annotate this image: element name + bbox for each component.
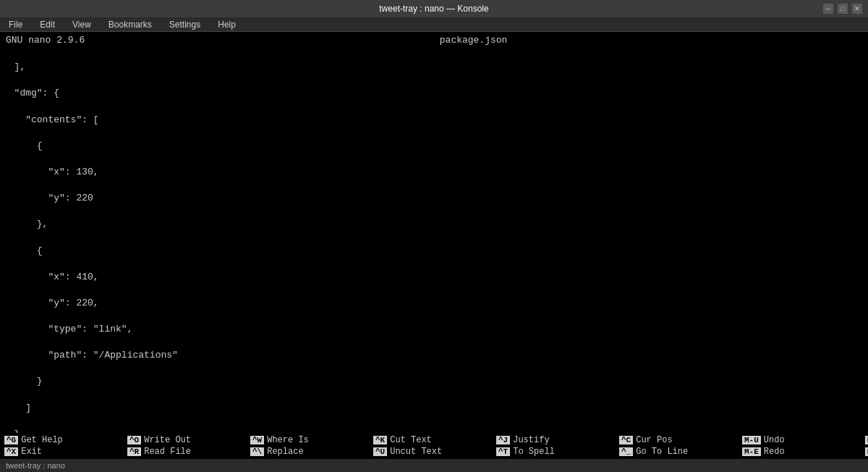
line-4: { xyxy=(3,140,865,153)
status-bar: tweet-tray : nano xyxy=(0,459,868,472)
editor[interactable]: ], "dmg": { "contents": [ { "x": 130, "y… xyxy=(0,48,868,433)
close-button[interactable]: ✕ xyxy=(852,4,862,14)
menu-bar: File Edit View Bookmarks Settings Help xyxy=(0,17,868,32)
key-read-file: ^R xyxy=(127,447,141,456)
label-to-spell: To Spell xyxy=(513,447,555,457)
shortcut-replace: ^\ Replace xyxy=(246,446,369,458)
minimize-button[interactable]: ─ xyxy=(823,4,833,14)
shortcut-where-is: ^W Where Is xyxy=(246,434,369,446)
title-bar: tweet-tray : nano — Konsole ─ □ ✕ xyxy=(0,0,868,17)
line-6: "y": 220 xyxy=(3,192,865,205)
menu-help[interactable]: Help xyxy=(215,19,239,30)
label-undo: Undo xyxy=(764,435,785,445)
shortcuts-bar: ^G Get Help ^O Write Out ^W Where Is ^K … xyxy=(0,433,868,459)
line-8: { xyxy=(3,245,865,258)
menu-bookmarks[interactable]: Bookmarks xyxy=(106,19,155,30)
line-14: ] xyxy=(3,402,865,415)
key-where-is: ^W xyxy=(250,436,264,444)
shortcut-row-1: ^G Get Help ^O Write Out ^W Where Is ^K … xyxy=(0,434,868,446)
line-15: }, xyxy=(3,428,865,433)
label-justify: Justify xyxy=(513,435,549,445)
label-get-help: Get Help xyxy=(21,435,63,445)
shortcut-write-out: ^O Write Out xyxy=(123,434,246,446)
key-exit: ^X xyxy=(4,447,18,456)
key-justify: ^J xyxy=(496,436,510,444)
shortcut-copy-text: M-6 Copy Text xyxy=(861,446,868,458)
label-read-file: Read File xyxy=(144,447,191,457)
line-13: } xyxy=(3,375,865,388)
line-12: "path": "/Applications" xyxy=(3,349,865,362)
line-11: "type": "link", xyxy=(3,323,865,336)
label-replace: Replace xyxy=(267,447,303,457)
shortcut-read-file: ^R Read File xyxy=(123,446,246,458)
key-write-out: ^O xyxy=(127,436,141,444)
shortcut-uncut-text: ^U Uncut Text xyxy=(369,446,492,458)
key-mark-text: M-A xyxy=(865,436,868,444)
key-get-help: ^G xyxy=(4,436,18,444)
label-redo: Redo xyxy=(764,447,785,457)
menu-view[interactable]: View xyxy=(69,19,94,30)
window-title: tweet-tray : nano — Konsole xyxy=(379,4,488,14)
shortcut-mark-text: M-A Mark Text xyxy=(861,434,868,446)
key-copy-text: M-6 xyxy=(865,447,868,456)
shortcut-get-help: ^G Get Help xyxy=(0,434,123,446)
shortcut-exit: ^X Exit xyxy=(0,446,123,458)
key-undo: M-U xyxy=(742,436,761,444)
line-5: "x": 130, xyxy=(3,166,865,179)
label-go-to-line: Go To Line xyxy=(636,447,688,457)
shortcut-justify: ^J Justify xyxy=(492,434,615,446)
label-cur-pos: Cur Pos xyxy=(636,435,672,445)
line-7: }, xyxy=(3,218,865,231)
key-replace: ^\ xyxy=(250,447,264,456)
label-cut-text: Cut Text xyxy=(390,435,432,445)
shortcut-cut-text: ^K Cut Text xyxy=(369,434,492,446)
filename: package.json xyxy=(440,35,508,46)
key-to-spell: ^T xyxy=(496,447,510,456)
menu-settings[interactable]: Settings xyxy=(166,19,203,30)
label-uncut-text: Uncut Text xyxy=(390,447,442,457)
key-cut-text: ^K xyxy=(373,436,387,444)
maximize-button[interactable]: □ xyxy=(838,4,848,14)
shortcut-row-2: ^X Exit ^R Read File ^\ Replace ^U Uncut… xyxy=(0,446,868,458)
shortcut-undo: M-U Undo xyxy=(738,434,861,446)
shortcut-cur-pos: ^C Cur Pos xyxy=(615,434,738,446)
shortcut-to-spell: ^T To Spell xyxy=(492,446,615,458)
key-go-to-line: ^_ xyxy=(619,447,633,456)
line-3: "contents": [ xyxy=(3,114,865,127)
line-1: ], xyxy=(3,61,865,74)
menu-edit[interactable]: Edit xyxy=(37,19,58,30)
label-exit: Exit xyxy=(21,447,42,457)
shortcut-go-to-line: ^_ Go To Line xyxy=(615,446,738,458)
status-text: tweet-tray : nano xyxy=(6,461,65,470)
key-cur-pos: ^C xyxy=(619,436,633,444)
nano-version: GNU nano 2.9.6 xyxy=(6,35,85,46)
label-where-is: Where Is xyxy=(267,435,309,445)
window-controls[interactable]: ─ □ ✕ xyxy=(823,4,862,14)
label-write-out: Write Out xyxy=(144,435,191,445)
nano-header: GNU nano 2.9.6 package.json xyxy=(0,32,868,48)
key-uncut-text: ^U xyxy=(373,447,387,456)
key-redo: M-E xyxy=(742,447,761,456)
line-2: "dmg": { xyxy=(3,87,865,100)
shortcut-redo: M-E Redo xyxy=(738,446,861,458)
line-10: "y": 220, xyxy=(3,297,865,310)
line-9: "x": 410, xyxy=(3,271,865,284)
menu-file[interactable]: File xyxy=(6,19,25,30)
